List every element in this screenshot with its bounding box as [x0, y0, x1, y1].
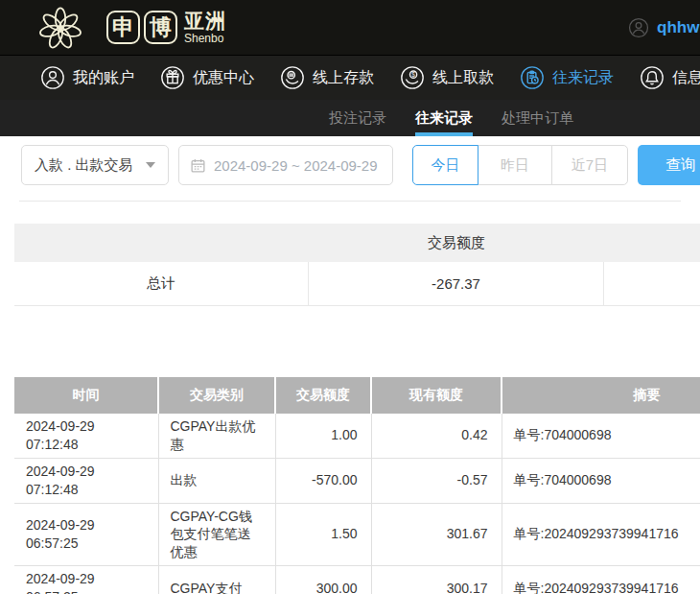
withdraw-hand-dollar-icon: $: [400, 65, 425, 90]
cell-amount: 300.00: [275, 566, 371, 594]
nav-item-records[interactable]: 往来记录: [520, 65, 614, 90]
calendar-icon: [190, 157, 206, 174]
section-divider: [19, 201, 681, 202]
main-nav: 我的账户 优惠中心 线上存款 $ 线上取款: [0, 55, 700, 100]
username: qhhw: [657, 18, 699, 37]
cell-type: CGPAY出款优惠: [158, 414, 275, 458]
summary-table: 交易额度 总计 -267.37: [14, 224, 700, 306]
cell-type: CGPAY支付: [158, 566, 275, 594]
cell-balance: 0.42: [371, 414, 502, 458]
top-header: 申 博 亚洲 Shenbo qhhw: [0, 0, 700, 55]
table-row: 2024-09-29 06:57:25 CGPAY支付 300.00 300.1…: [14, 566, 700, 594]
cell-time: 2024-09-29 06:57:25: [14, 566, 158, 594]
cell-amount: -570.00: [275, 458, 371, 503]
nav-item-promotions[interactable]: 优惠中心: [160, 65, 254, 90]
site-logo[interactable]: 申 博 亚洲 Shenbo: [32, 2, 226, 54]
tab-label: 处理中订单: [502, 109, 573, 128]
records-clipboard-clock-icon: [520, 65, 545, 90]
filter-bar: 入款 . 出款交易 2024-09-29 ~ 2024-09-29 今日 昨日 …: [0, 145, 700, 185]
transactions-table: 时间 交易类别 交易额度 现有额度 摘要 2024-09-29 07:12:48…: [14, 377, 700, 594]
summary-header-label: 交易额度: [309, 234, 604, 252]
tab-betting-records[interactable]: 投注记录: [329, 100, 386, 136]
search-button[interactable]: 查询: [638, 145, 700, 185]
cell-memo: 单号:202409293739941716: [502, 503, 700, 566]
deposit-hand-coin-icon: [280, 65, 305, 90]
transaction-type-select[interactable]: 入款 . 出款交易: [21, 145, 169, 185]
flower-logo-icon: [32, 2, 89, 54]
tab-transaction-records[interactable]: 往来记录: [415, 100, 473, 136]
tab-label: 投注记录: [329, 109, 386, 128]
nav-label: 往来记录: [552, 68, 614, 88]
gift-icon: [160, 65, 185, 90]
cell-memo: 单号:202409293739941716: [502, 566, 700, 594]
bell-icon: [640, 65, 665, 90]
nav-label: 线上取款: [432, 68, 494, 88]
logo-region-text: 亚洲: [184, 11, 226, 31]
col-header-memo: 摘要: [502, 377, 700, 414]
user-icon: [628, 17, 649, 38]
table-header-row: 时间 交易类别 交易额度 现有额度 摘要: [14, 377, 700, 414]
nav-item-messages[interactable]: 信息: [640, 65, 700, 90]
yesterday-button[interactable]: 昨日: [478, 145, 552, 185]
cell-amount: 1.50: [275, 503, 371, 566]
nav-label: 优惠中心: [193, 68, 254, 88]
nav-item-my-account[interactable]: 我的账户: [40, 65, 134, 90]
logo-subtitle: Shenbo: [184, 33, 226, 44]
cell-balance: 301.67: [371, 503, 502, 566]
col-header-balance: 现有额度: [371, 377, 502, 414]
cell-memo: 单号:704000698: [502, 414, 700, 458]
today-button[interactable]: 今日: [412, 145, 478, 185]
cell-balance: -0.57: [371, 458, 502, 503]
col-header-time: 时间: [14, 377, 158, 414]
cell-balance: 300.17: [371, 566, 502, 594]
logo-char-shen: 申: [106, 11, 140, 44]
date-range-input[interactable]: 2024-09-29 ~ 2024-09-29: [178, 145, 393, 185]
svg-text:$: $: [411, 71, 415, 78]
nav-item-withdraw[interactable]: $ 线上取款: [400, 65, 494, 90]
logo-region: 亚洲 Shenbo: [184, 11, 226, 44]
cell-time: 2024-09-29 07:12:48: [14, 414, 158, 458]
caret-down-icon: [146, 162, 155, 168]
tab-label: 往来记录: [415, 109, 473, 128]
summary-total-value: -267.37: [309, 262, 604, 305]
col-header-type: 交易类别: [158, 377, 275, 414]
date-range-value: 2024-09-29 ~ 2024-09-29: [214, 157, 378, 174]
summary-header-row: 交易额度: [14, 224, 700, 262]
table-row: 2024-09-29 07:12:48 出款 -570.00 -0.57 单号:…: [14, 458, 700, 503]
tab-processing-orders[interactable]: 处理中订单: [502, 100, 573, 136]
cell-type: 出款: [158, 458, 275, 503]
table-row: 2024-09-29 06:57:25 CGPAY-CG钱包支付笔笔送优惠 1.…: [14, 503, 700, 566]
select-value: 入款 . 出款交易: [35, 156, 133, 175]
cell-type: CGPAY-CG钱包支付笔笔送优惠: [158, 503, 275, 566]
cell-amount: 1.00: [275, 414, 371, 458]
cell-memo: 单号:704000698: [502, 458, 700, 503]
user-circle-icon: [40, 65, 65, 90]
summary-row-label: 总计: [14, 262, 309, 305]
nav-label: 我的账户: [73, 68, 134, 88]
col-header-amount: 交易额度: [275, 377, 371, 414]
nav-label: 线上存款: [313, 68, 374, 88]
last-7-days-button[interactable]: 近7日: [551, 145, 628, 185]
table-row: 2024-09-29 07:12:48 CGPAY出款优惠 1.00 0.42 …: [14, 414, 700, 458]
summary-total-row: 总计 -267.37: [14, 262, 700, 306]
cell-time: 2024-09-29 06:57:25: [14, 503, 158, 566]
logo-char-bo: 博: [144, 11, 177, 44]
user-account[interactable]: qhhw: [628, 0, 699, 55]
nav-item-deposit[interactable]: 线上存款: [280, 65, 374, 90]
nav-label: 信息: [672, 68, 700, 88]
cell-time: 2024-09-29 07:12:48: [14, 458, 158, 503]
sub-nav: 投注记录 往来记录 处理中订单: [0, 100, 700, 136]
